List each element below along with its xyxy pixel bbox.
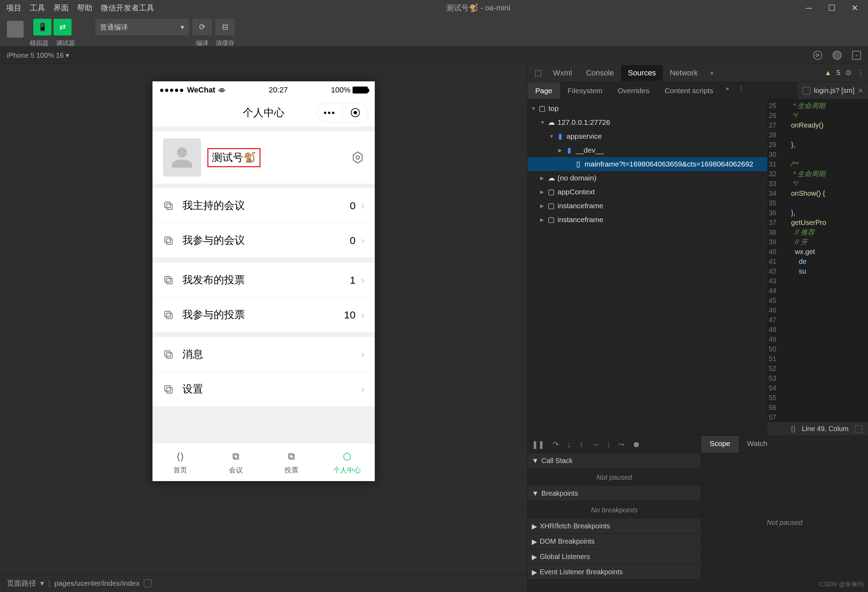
close-button[interactable]: ✕ <box>844 1 865 15</box>
menu-item[interactable]: 微信开发者工具 <box>97 1 158 15</box>
tab-icon: ⧉ <box>229 450 243 463</box>
phone-simulator: ●●●●● WeChat ⌯ 20:27 100% 个人中心 <box>152 81 375 481</box>
minimize-button[interactable]: ─ <box>799 1 819 15</box>
tree-node-file[interactable]: ▯mainframe?t=1698064063659&cts=169806406… <box>528 157 767 171</box>
user-avatar[interactable] <box>7 21 24 37</box>
menu-item[interactable]: 工具 <box>27 1 49 15</box>
sources-subtab[interactable]: Filesystem <box>560 82 610 99</box>
sources-subtab[interactable]: Overrides <box>610 82 657 99</box>
refresh-icon[interactable]: ⟳ <box>813 51 822 60</box>
list-item[interactable]: 我发布的投票1› <box>152 263 375 297</box>
svg-rect-11 <box>167 352 172 358</box>
tree-node-domain[interactable]: ▶☁(no domain) <box>528 171 767 185</box>
capsule-close-icon[interactable] <box>343 108 369 117</box>
record-icon[interactable] <box>833 51 841 60</box>
capsule-button[interactable] <box>316 103 369 122</box>
compile-button[interactable]: ⟳ <box>192 19 212 36</box>
sources-subtab[interactable]: Content scripts <box>657 82 721 99</box>
svg-rect-8 <box>165 311 170 317</box>
pause-icon[interactable]: ❚❚ <box>532 440 544 449</box>
devtools-tab[interactable]: Sources <box>621 65 663 81</box>
list-item-count: 0 <box>350 200 356 212</box>
tree-node-folder[interactable]: ▼▮appservice <box>528 129 767 143</box>
tree-node-domain[interactable]: ▼☁127.0.0.1:27726 <box>528 115 767 129</box>
breakpoints-header[interactable]: ▼Breakpoints <box>528 486 701 501</box>
tree-node-top[interactable]: ▼▢top <box>528 102 767 115</box>
sources-subtab[interactable]: Page <box>528 82 560 99</box>
tab-label: 投票 <box>285 465 298 475</box>
call-stack-header[interactable]: ▼Call Stack <box>528 453 701 469</box>
simulator-info-bar: iPhone 5 100% 16 ▾ ⟳ ◦ <box>0 47 868 64</box>
pause-on-exceptions-icon[interactable]: ⏺ <box>632 440 640 449</box>
tab-icon: ⬡ <box>340 450 354 463</box>
coverage-icon[interactable] <box>855 425 862 433</box>
cursor-position-label: Line 49, Colum <box>802 425 849 433</box>
tree-node-folder[interactable]: ▶▮__dev__ <box>528 143 767 157</box>
watch-tab[interactable]: Watch <box>739 436 776 453</box>
message-icon <box>163 349 174 360</box>
list-item[interactable]: 消息› <box>152 337 375 372</box>
svg-rect-10 <box>165 351 170 356</box>
capsule-menu-icon[interactable] <box>317 110 342 116</box>
home-icon[interactable]: ◦ <box>852 51 861 60</box>
list-item[interactable]: 设置› <box>152 372 375 407</box>
compile-mode-select[interactable]: 普通编译 ▾ <box>95 19 189 36</box>
tab-item[interactable]: ⧉会议 <box>208 443 264 481</box>
debugger-toggle-button[interactable]: ⇄ <box>53 19 72 36</box>
profile-avatar[interactable] <box>163 138 201 177</box>
list-item-count: 1 <box>350 274 356 286</box>
step-out-icon[interactable]: ↑ <box>579 440 583 449</box>
list-item[interactable]: 我参与的会议0› <box>152 223 375 258</box>
step-over-icon[interactable]: ↷ <box>553 440 559 449</box>
tree-node-context[interactable]: ▶▢instanceframe <box>528 199 767 213</box>
step-icon[interactable]: → <box>592 440 599 449</box>
clear-cache-button[interactable]: ⊟ <box>216 19 235 36</box>
list-item[interactable]: 我主持的会议0› <box>152 188 375 223</box>
svg-rect-4 <box>165 237 170 242</box>
menu-item[interactable]: 帮助 <box>74 1 96 15</box>
settings-icon <box>163 384 174 395</box>
maximize-button[interactable]: ☐ <box>821 1 842 15</box>
tab-item[interactable]: ⟨⟩首页 <box>152 443 208 481</box>
tree-node-context[interactable]: ▶▢instanceframe <box>528 213 767 226</box>
device-info-select[interactable]: iPhone 5 100% 16 ▾ <box>7 51 69 59</box>
more-subtabs-icon[interactable]: » <box>721 82 734 99</box>
chevron-down-icon[interactable]: ▾ <box>40 579 44 588</box>
scope-empty: Not paused <box>701 453 868 592</box>
event-listener-breakpoints-header[interactable]: ▶Event Listener Breakpoints <box>528 565 701 580</box>
tree-node-context[interactable]: ▶▢appContext <box>528 185 767 199</box>
devtools-tab[interactable]: Network <box>663 65 705 81</box>
close-file-icon[interactable]: ✕ <box>858 87 863 95</box>
open-file-tab[interactable]: login.js? [sm] ✕ <box>798 82 868 99</box>
devtools-menu-icon[interactable]: ⋮ <box>857 68 865 77</box>
deactivate-breakpoints-icon[interactable]: ⤳ <box>618 440 624 449</box>
tab-item[interactable]: ⧉投票 <box>264 443 319 481</box>
list-item[interactable]: 我参与的投票10› <box>152 297 375 332</box>
open-file-name: login.js? [sm] <box>814 87 855 95</box>
page-path-label: 页面路径 <box>7 579 36 588</box>
simulator-toggle-button[interactable]: 📱 <box>33 19 52 36</box>
global-listeners-header[interactable]: ▶Global Listeners <box>528 549 701 565</box>
tab-item[interactable]: ⬡个人中心 <box>319 443 375 481</box>
more-tabs-icon[interactable]: » <box>706 70 718 76</box>
devtools-settings-icon[interactable]: ⚙ <box>845 68 852 77</box>
menu-item[interactable]: 项目 <box>3 1 25 15</box>
menu-item[interactable]: 界面 <box>50 1 72 15</box>
code-editor[interactable]: 2526272829303132333435363738394041424344… <box>767 99 868 422</box>
inspect-icon[interactable]: ⬚ <box>531 68 545 77</box>
dom-breakpoints-header[interactable]: ▶DOM Breakpoints <box>528 534 701 549</box>
warning-icon[interactable]: ▲ <box>825 69 831 77</box>
tab-icon: ⟨⟩ <box>173 450 187 463</box>
devtools-tab[interactable]: Wxml <box>546 65 579 81</box>
profile-settings-icon[interactable] <box>351 151 365 164</box>
scope-tab[interactable]: Scope <box>701 436 739 453</box>
copy-icon[interactable] <box>144 580 151 587</box>
debugger-label: 调试器 <box>56 37 75 47</box>
compile-label: 编译 <box>196 37 208 47</box>
subtab-menu-icon[interactable]: ⋮ <box>734 82 749 99</box>
devtools-tab[interactable]: Console <box>579 65 621 81</box>
step-into-icon[interactable]: ↓ <box>567 440 571 449</box>
xhr-breakpoints-header[interactable]: ▶XHR/fetch Breakpoints <box>528 519 701 534</box>
meeting-host-icon <box>163 200 174 212</box>
format-icon[interactable]: {} <box>791 425 796 433</box>
